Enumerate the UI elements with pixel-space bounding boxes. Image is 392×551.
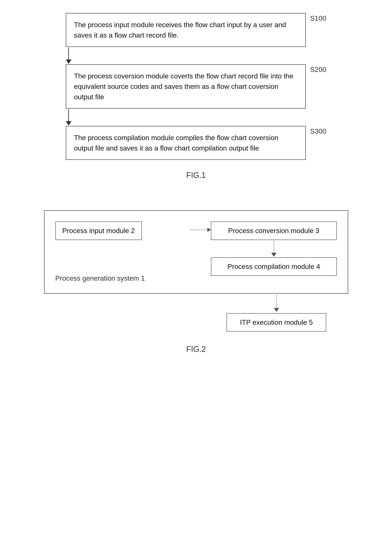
- outside-shaft: [276, 295, 277, 308]
- step-s100-row: The process input module receives the fl…: [66, 13, 326, 47]
- itp-col: ITP execution module 5: [205, 313, 348, 332]
- arrow1-head: [66, 60, 71, 64]
- h-dashed-line: [190, 230, 207, 230]
- arrow2-container: [66, 109, 309, 126]
- step-s200-wrapper: The process coversion module coverts the…: [66, 64, 306, 109]
- fig2-layout: Process input module 2 Process generatio…: [44, 210, 348, 332]
- step-s100-box: The process input module receives the fl…: [66, 13, 306, 47]
- system-label: Process generation system 1: [55, 274, 181, 282]
- right-panel: Process conversion module 3 Process comp…: [211, 222, 337, 276]
- flowchart: The process input module receives the fl…: [66, 13, 326, 160]
- spacer-h-arrow2: [187, 313, 205, 332]
- step-s100-text: The process input module receives the fl…: [74, 21, 286, 39]
- h-dashed-arrow: [190, 228, 211, 232]
- fig1-caption: FIG.1: [186, 171, 206, 180]
- compilation-module-label: Process compilation module 4: [227, 263, 320, 270]
- step-s100-label: S100: [310, 14, 326, 22]
- system-outer-box: Process input module 2 Process generatio…: [44, 210, 348, 294]
- arrow2-head: [66, 121, 71, 126]
- fig2-caption: FIG.2: [186, 345, 206, 354]
- arrow1-shaft: [68, 48, 69, 60]
- arrow1: [66, 47, 71, 64]
- step-s300-text: The process compilation module compiles …: [74, 134, 278, 152]
- outside-dashed-arrow: [274, 294, 279, 313]
- inner-layout: Process input module 2 Process generatio…: [55, 222, 337, 282]
- step-s300-wrapper: The process compilation module compiles …: [66, 126, 306, 160]
- fig2-section: Process input module 2 Process generatio…: [44, 210, 348, 354]
- step-s300-label: S300: [310, 127, 326, 135]
- dashed-shaft-1: [274, 241, 274, 253]
- dashed-arrow-down-1: [271, 240, 276, 257]
- step-s200-text: The process coversion module coverts the…: [74, 72, 294, 101]
- conversion-module-label: Process conversion module 3: [228, 227, 319, 235]
- step-s200-box: The process coversion module coverts the…: [66, 64, 306, 109]
- step-s200-row: The process coversion module coverts the…: [66, 64, 326, 109]
- arrow2: [66, 109, 71, 126]
- input-module-label: Process input module 2: [62, 227, 135, 235]
- outside-arrow-col: [205, 294, 348, 313]
- compilation-module-box: Process compilation module 4: [211, 257, 337, 276]
- input-module-box: Process input module 2: [55, 222, 142, 240]
- step-s100-wrapper: The process input module receives the fl…: [66, 13, 306, 47]
- spacer-h-arrow: [187, 294, 205, 313]
- step-s200-label: S200: [310, 66, 326, 74]
- conversion-module-box: Process conversion module 3: [211, 222, 337, 240]
- step-s300-box: The process compilation module compiles …: [66, 126, 306, 160]
- fig1-section: The process input module receives the fl…: [66, 13, 326, 180]
- outside-arrow-wrapper: [44, 294, 348, 313]
- h-arrow-head: [207, 228, 211, 232]
- arrow1-container: [66, 47, 309, 64]
- left-panel: Process input module 2 Process generatio…: [55, 222, 190, 282]
- dashed-arrowhead-1: [271, 253, 276, 257]
- outside-arrowhead: [274, 308, 279, 312]
- spacer-left: [44, 294, 187, 313]
- itp-row: ITP execution module 5: [44, 313, 348, 332]
- step-s300-row: The process compilation module compiles …: [66, 126, 326, 160]
- itp-module-box: ITP execution module 5: [226, 313, 326, 332]
- h-arrow-wrapper: [190, 222, 211, 232]
- itp-module-label: ITP execution module 5: [240, 318, 313, 326]
- spacer-left2: [44, 313, 187, 332]
- arrow2-shaft: [68, 109, 69, 121]
